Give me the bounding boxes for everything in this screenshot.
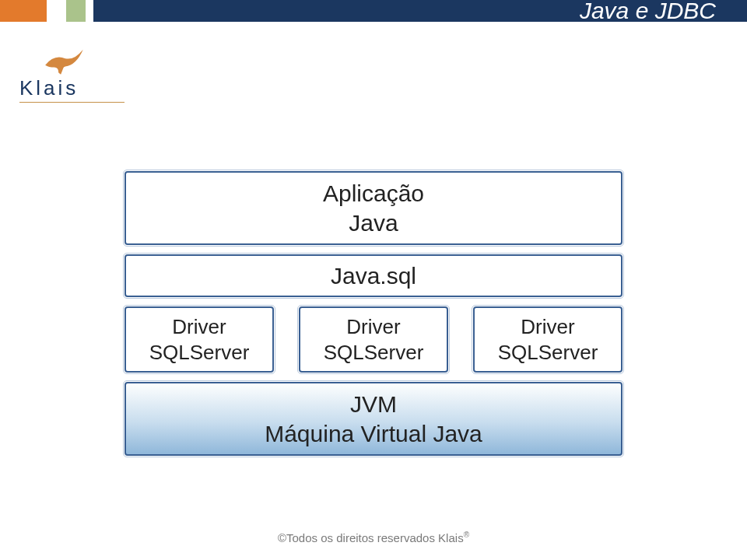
driver-line1: Driver (172, 314, 226, 340)
logo-underline (19, 102, 124, 103)
driver-box: Driver SQLServer (124, 306, 274, 373)
driver-line1: Driver (346, 314, 400, 340)
hummingbird-icon (40, 45, 86, 76)
jvm-box: JVM Máquina Virtual Java (124, 382, 622, 456)
accent-orange (0, 0, 47, 22)
accent-green (66, 0, 86, 22)
registered-mark: ® (464, 530, 469, 539)
driver-line2: SQLServer (498, 340, 598, 366)
driver-line2: SQLServer (149, 340, 250, 366)
accent-gap (47, 0, 66, 22)
header-strip: Java e JDBC (93, 0, 747, 22)
drivers-row: Driver SQLServer Driver SQLServer Driver… (124, 306, 622, 373)
footer: ©Todos os direitos reservados Klais® (0, 530, 747, 544)
logo: Klais (19, 45, 144, 103)
driver-box: Driver SQLServer (299, 306, 448, 373)
jvm-line1: JVM (350, 390, 397, 419)
logo-text: Klais (19, 76, 79, 100)
javasql-box: Java.sql (124, 254, 622, 297)
application-box: Aplicação Java (124, 171, 622, 245)
driver-line1: Driver (521, 314, 574, 340)
copyright-text: ©Todos os direitos reservados Klais (278, 531, 464, 544)
application-line2: Java (349, 208, 398, 238)
jvm-line2: Máquina Virtual Java (265, 419, 482, 449)
application-line1: Aplicação (323, 179, 424, 208)
javasql-label: Java.sql (331, 261, 416, 291)
driver-box: Driver SQLServer (473, 306, 622, 373)
header-bar: Java e JDBC (0, 0, 747, 22)
page-title: Java e JDBC (580, 0, 716, 24)
jdbc-diagram: Aplicação Java Java.sql Driver SQLServer… (124, 171, 622, 456)
driver-line2: SQLServer (324, 340, 424, 366)
